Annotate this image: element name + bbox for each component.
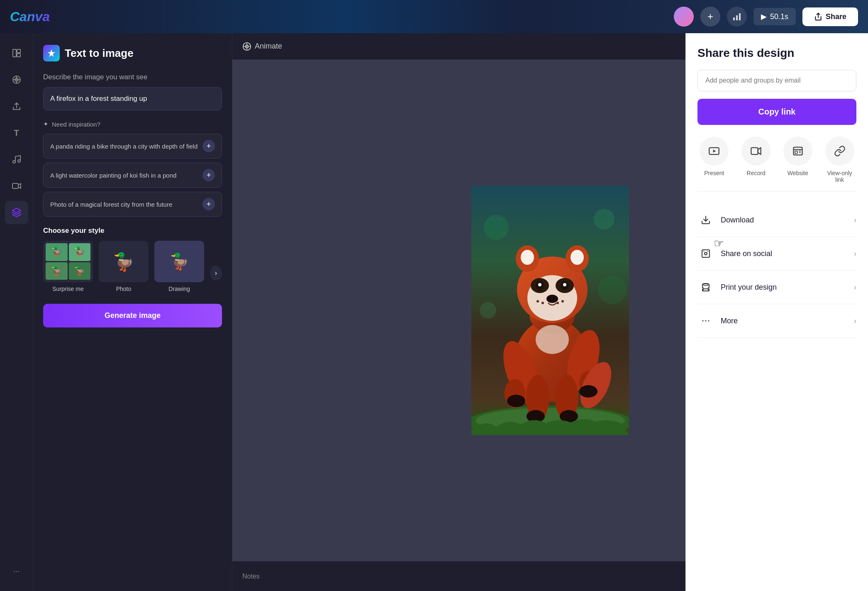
canvas-image xyxy=(471,186,629,435)
download-menu-item[interactable]: Download › xyxy=(697,203,856,237)
style-drawing[interactable]: 🦆 Drawing xyxy=(154,241,204,292)
svg-rect-61 xyxy=(751,148,758,154)
style-section: Choose your style 🦆 🦆 🦆 🦆 xyxy=(43,227,222,292)
sidebar-item-upload[interactable] xyxy=(5,95,28,118)
svg-point-21 xyxy=(594,209,614,230)
icon-bar: T ··· xyxy=(0,33,33,591)
inspiration-text-3: Photo of a magical forest city from the … xyxy=(50,201,172,208)
sidebar-item-apps[interactable] xyxy=(5,201,28,224)
style-surprise[interactable]: 🦆 🦆 🦆 🦆 Surprise me xyxy=(43,241,93,292)
style-name-surprise: Surprise me xyxy=(52,286,83,292)
inspiration-item-3[interactable]: Photo of a magical forest city from the … xyxy=(43,192,222,217)
inspiration-text: Need inspiration? xyxy=(52,121,100,128)
style-options: 🦆 🦆 🦆 🦆 Surprise me 🦆 xyxy=(43,241,204,292)
play-button[interactable]: ▶ 50.1s xyxy=(753,8,796,25)
inspiration-label: ✦ Need inspiration? xyxy=(43,120,222,128)
print-menu-item[interactable]: Print your design › xyxy=(697,271,856,304)
share-panel: Share this design Copy link Present xyxy=(685,33,868,591)
more-menu-item[interactable]: More › xyxy=(697,304,856,338)
share-button[interactable]: Share xyxy=(802,7,858,26)
layout-icon xyxy=(12,48,22,58)
more-chevron: › xyxy=(854,317,856,325)
add-button[interactable]: + xyxy=(700,7,720,27)
share-record-button[interactable]: Record xyxy=(739,137,773,183)
share-viewonly-button[interactable]: View-only link xyxy=(823,137,856,183)
sparkle-icon xyxy=(47,49,56,58)
more-tools-button[interactable]: ··· xyxy=(5,559,28,583)
inspiration-item-2[interactable]: A light watercolor painting of koi fish … xyxy=(43,163,222,188)
inspiration-item-1[interactable]: A panda riding a bike through a city wit… xyxy=(43,134,222,159)
svg-point-45 xyxy=(541,302,544,304)
style-label: Choose your style xyxy=(43,227,222,235)
stats-button[interactable] xyxy=(727,7,747,27)
animate-label: Animate xyxy=(255,42,282,51)
add-inspiration-1-button[interactable]: + xyxy=(202,140,215,152)
view-only-icon-circle xyxy=(825,137,854,166)
image-prompt-input[interactable]: A firefox in a forest standing up xyxy=(43,87,222,110)
share-social-label: Share on social xyxy=(721,249,772,258)
style-next-button[interactable]: › xyxy=(210,266,222,281)
svg-point-43 xyxy=(546,295,558,303)
add-inspiration-3-button[interactable]: + xyxy=(202,198,215,210)
svg-point-74 xyxy=(708,320,710,322)
svg-point-49 xyxy=(507,395,525,407)
print-icon xyxy=(697,279,714,296)
print-chevron: › xyxy=(854,283,856,292)
left-panel: Text to image Describe the image you wan… xyxy=(33,33,232,591)
svg-point-50 xyxy=(579,385,597,398)
present-icon-circle xyxy=(700,137,729,166)
logo[interactable]: Canva xyxy=(10,9,50,24)
share-social-icon xyxy=(697,245,714,262)
svg-rect-1 xyxy=(736,15,738,20)
duck-single: 🦆 xyxy=(113,252,134,272)
style-photo[interactable]: 🦆 Photo xyxy=(99,241,149,292)
share-present-button[interactable]: Present xyxy=(697,137,731,183)
inspiration-text-2: A light watercolor painting of koi fish … xyxy=(50,172,176,179)
canvas-area: Animate xyxy=(232,33,868,591)
svg-point-34 xyxy=(521,250,534,265)
sidebar-item-layout[interactable] xyxy=(5,42,28,65)
panel-header: Text to image xyxy=(43,45,222,61)
apps-icon xyxy=(12,208,22,217)
duck-3: 🦆 xyxy=(46,262,68,280)
svg-rect-71 xyxy=(704,283,708,286)
copy-link-button[interactable]: Copy link xyxy=(697,99,856,125)
duck-1: 🦆 xyxy=(46,243,68,261)
share-social-menu-item[interactable]: Share on social › xyxy=(697,237,856,271)
share-email-input[interactable] xyxy=(697,70,856,91)
svg-rect-4 xyxy=(17,49,20,53)
svg-point-44 xyxy=(536,300,539,303)
sidebar-item-text[interactable]: T xyxy=(5,121,28,144)
share-website-button[interactable]: Website xyxy=(781,137,815,183)
animate-button[interactable]: Animate xyxy=(242,42,282,51)
add-inspiration-2-button[interactable]: + xyxy=(202,169,215,181)
duck-2: 🦆 xyxy=(69,243,91,261)
share-icon xyxy=(814,12,822,21)
svg-point-47 xyxy=(556,302,559,304)
generate-image-button[interactable]: Generate image xyxy=(43,304,222,327)
notes-label: Notes xyxy=(242,573,260,580)
style-thumb-surprise: 🦆 🦆 🦆 🦆 xyxy=(43,241,93,282)
style-name-photo: Photo xyxy=(116,286,132,292)
sidebar-item-elements[interactable] xyxy=(5,68,28,91)
main-layout: T ··· xyxy=(0,33,868,591)
sidebar-item-video[interactable] xyxy=(5,174,28,198)
link-icon xyxy=(834,145,846,157)
avatar-image xyxy=(674,7,694,27)
panel-title: Text to image xyxy=(65,47,134,60)
present-label: Present xyxy=(704,170,724,176)
svg-rect-12 xyxy=(12,183,18,188)
inspiration-text-1: A panda riding a bike through a city wit… xyxy=(50,143,197,150)
upload-icon xyxy=(12,101,22,111)
share-icons-row: Present Record xyxy=(697,137,856,192)
play-icon: ▶ xyxy=(761,12,767,21)
topbar: Canva + ▶ 50.1s Share xyxy=(0,0,868,33)
sidebar-item-audio[interactable] xyxy=(5,148,28,171)
share-label: Share xyxy=(826,12,846,21)
print-label: Print your design xyxy=(721,283,777,292)
inspiration-icon: ✦ xyxy=(43,120,49,128)
svg-rect-64 xyxy=(795,151,797,154)
avatar[interactable] xyxy=(674,7,694,27)
duck-4: 🦆 xyxy=(69,262,91,280)
download-icon xyxy=(697,212,714,228)
